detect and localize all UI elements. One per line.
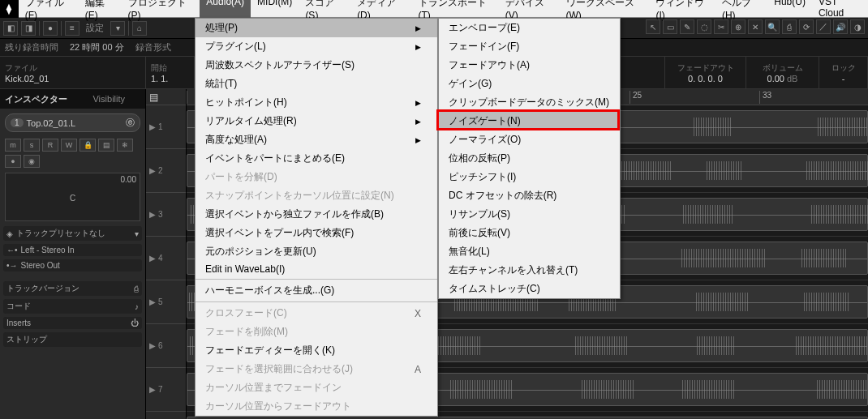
lane-icon[interactable]: ▤ <box>98 139 114 152</box>
chevron-right-icon[interactable]: ▶ <box>149 122 156 131</box>
volume-pan-area[interactable]: 0.00 C <box>5 173 140 221</box>
menu-item[interactable]: クリップボードデータのミックス(M) <box>439 93 620 112</box>
lock-icon[interactable]: 🔒 <box>79 139 96 152</box>
track-header[interactable]: ▶3 <box>146 193 186 237</box>
section-strip[interactable]: ストリップ <box>3 332 142 347</box>
menu-item[interactable]: ノーマライズ(O) <box>439 130 620 149</box>
menu-item[interactable]: 位相の反転(P) <box>439 149 620 168</box>
range-tool-icon[interactable]: ▭ <box>663 19 677 34</box>
chevron-right-icon[interactable]: ▶ <box>149 341 156 350</box>
volume-value[interactable]: 0.00 <box>767 74 784 83</box>
menu-item[interactable]: 元のポジションを更新(U) <box>196 242 437 261</box>
arrow-tool-icon[interactable]: ↖ <box>646 19 660 34</box>
menu-item[interactable]: ヒットポイント(H)▶ <box>196 93 437 112</box>
menu-item[interactable]: 選択イベントをプール内で検索(F) <box>196 224 437 242</box>
chevron-right-icon[interactable]: ▶ <box>149 254 156 263</box>
menu-item-label: フェードを選択範囲に合わせる(J) <box>205 362 353 376</box>
track-header[interactable]: ▶6 <box>146 324 186 368</box>
mute-tool-icon[interactable]: ✕ <box>748 19 763 34</box>
menu-item-label: 元のポジションを更新(U) <box>205 245 316 259</box>
track-header[interactable]: ▶8 <box>146 412 186 419</box>
dropdown-icon[interactable]: ▾ <box>110 21 125 36</box>
zoom-tool-icon[interactable]: 🔍 <box>765 19 780 34</box>
track-header[interactable]: ▶1 <box>146 105 186 149</box>
line-tool-icon[interactable]: ／ <box>816 19 831 34</box>
play-tool-icon[interactable]: 🔊 <box>833 19 848 34</box>
draw-tool-icon[interactable]: ✎ <box>680 19 694 34</box>
menu-item-label: ノーマライズ(O) <box>449 133 521 147</box>
warp-tool-icon[interactable]: ⟳ <box>799 19 814 34</box>
read-button[interactable]: R <box>42 139 58 152</box>
solo-button[interactable]: s <box>24 139 40 152</box>
menu-item[interactable]: プラグイン(L)▶ <box>196 37 437 56</box>
submenu-arrow-icon: ▶ <box>415 99 421 107</box>
menu-item[interactable]: フェードイン(F) <box>439 37 620 56</box>
ruler-tick: 25 <box>630 91 642 104</box>
remain-value: 22 時間 00 分 <box>70 41 124 53</box>
chevron-right-icon[interactable]: ▶ <box>149 297 156 306</box>
menu-item[interactable]: 処理(P)▶ <box>196 19 437 37</box>
output-routing-row[interactable]: •→ Stereo Out <box>3 259 142 271</box>
input-routing-row[interactable]: ←• Left - Stereo In <box>3 244 142 256</box>
input-icon: ←• <box>6 246 18 254</box>
section-chord[interactable]: コード♪ <box>3 299 142 314</box>
track-header[interactable]: ▶2 <box>146 149 186 193</box>
menu-item[interactable]: DC オフセットの除去(R) <box>439 186 620 205</box>
menu-item[interactable]: フェードアウト(A) <box>439 56 620 75</box>
fadeout-value: 0. 0. 0. 0 <box>670 74 741 83</box>
menu-item[interactable]: リアルタイム処理(R)▶ <box>196 112 437 130</box>
chevron-right-icon[interactable]: ▶ <box>149 210 156 219</box>
chevron-right-icon[interactable]: ▶ <box>149 166 156 175</box>
menu-item[interactable]: 無音化(L) <box>439 242 620 261</box>
color-tool-icon[interactable]: ◑ <box>850 19 865 34</box>
track-number-label: 7 <box>158 385 163 394</box>
menu-item[interactable]: 前後に反転(V) <box>439 224 620 242</box>
lock-value[interactable]: - <box>824 74 862 83</box>
track-name-field[interactable]: 1 Top.02_01.L ⓔ <box>5 113 140 132</box>
track-header[interactable]: ▶7 <box>146 368 186 412</box>
tab-inspector[interactable]: インスペクター <box>0 89 73 109</box>
record-icon[interactable]: ● <box>5 155 21 168</box>
menu-item-label: 位相の反転(P) <box>449 152 510 165</box>
menu-item[interactable]: ハーモニーボイスを生成...(G) <box>196 281 437 300</box>
app-logo: ⧫ <box>0 0 19 18</box>
menu-item[interactable]: タイムストレッチ(C) <box>439 280 620 298</box>
glue-tool-icon[interactable]: ⊕ <box>731 19 746 34</box>
menu-item[interactable]: 統計(T) <box>196 75 437 93</box>
menu-item[interactable]: 選択イベントから独立ファイルを作成(B) <box>196 205 437 224</box>
menu-item[interactable]: 高度な処理(A)▶ <box>196 130 437 149</box>
scissors-tool-icon[interactable]: ✂ <box>714 19 728 34</box>
tab-visibility[interactable]: Visibility <box>73 89 146 109</box>
add-track-icon[interactable]: ▤ <box>149 92 158 103</box>
menu-item-shortcut: X <box>415 308 421 319</box>
home-icon[interactable]: ⌂ <box>132 21 147 36</box>
track-preset-row[interactable]: ◈ トラックプリセットなし ▾ <box>3 226 142 241</box>
menu-item[interactable]: Edit in WaveLab(I) <box>196 261 437 277</box>
menu-item[interactable]: フェードエディターを開く(K) <box>196 341 437 360</box>
menu-item[interactable]: リサンプル(S) <box>439 205 620 224</box>
menu-item[interactable]: 周波数スペクトルアナライザー(S) <box>196 56 437 75</box>
toggle-left-icon[interactable]: ◧ <box>3 21 18 36</box>
menu-item[interactable]: ゲイン(G) <box>439 75 620 93</box>
menu-item[interactable]: イベントをパートにまとめる(E) <box>196 149 437 168</box>
track-e-icon[interactable]: ⓔ <box>126 117 135 129</box>
menu-item[interactable]: ノイズゲート(N) <box>439 112 620 130</box>
erase-tool-icon[interactable]: ◌ <box>697 19 711 34</box>
freeze-icon[interactable]: ❄ <box>117 139 133 152</box>
section-inserts[interactable]: Inserts⏻ <box>3 317 142 329</box>
comp-tool-icon[interactable]: ⎙ <box>782 19 797 34</box>
activate-icon[interactable]: ● <box>43 21 58 36</box>
section-trackversion[interactable]: トラックバージョン⎙ <box>3 281 142 296</box>
monitor-icon[interactable]: ◉ <box>24 155 40 168</box>
menu-item[interactable]: 左右チャンネルを入れ替え(T) <box>439 261 620 280</box>
menu-item[interactable]: ピッチシフト(I) <box>439 168 620 186</box>
list-icon[interactable]: ≡ <box>65 21 79 36</box>
menu-item[interactable]: エンベロープ(E) <box>439 19 620 37</box>
menu-item-label: ゲイン(G) <box>449 77 492 91</box>
toggle-right-icon[interactable]: ◨ <box>21 21 36 36</box>
mute-button[interactable]: m <box>5 139 21 152</box>
track-header[interactable]: ▶5 <box>146 280 186 324</box>
chevron-right-icon[interactable]: ▶ <box>149 385 156 394</box>
track-header[interactable]: ▶4 <box>146 237 186 280</box>
write-button[interactable]: W <box>61 139 77 152</box>
